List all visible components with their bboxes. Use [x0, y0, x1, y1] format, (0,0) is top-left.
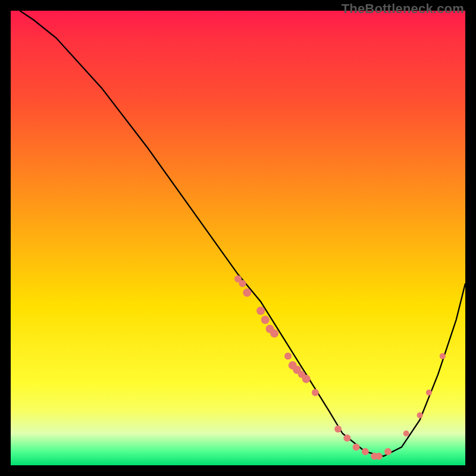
- data-point: [270, 329, 278, 337]
- data-point: [261, 316, 270, 324]
- data-point: [334, 425, 342, 433]
- data-point: [426, 390, 432, 396]
- scatter-markers: [234, 275, 446, 460]
- data-point: [403, 431, 409, 437]
- data-point: [440, 353, 446, 359]
- chart-svg: [11, 11, 465, 465]
- watermark-text: TheBottleneck.com: [342, 1, 464, 17]
- data-point: [256, 306, 265, 315]
- plot-area: [11, 11, 465, 465]
- bottleneck-curve: [20, 11, 465, 456]
- data-point: [239, 280, 246, 287]
- data-point: [312, 389, 319, 396]
- data-point: [362, 448, 369, 455]
- data-point: [284, 353, 292, 360]
- data-point: [343, 434, 350, 441]
- data-point: [375, 453, 383, 460]
- data-point: [417, 412, 423, 418]
- data-point: [302, 375, 311, 383]
- data-point: [353, 443, 360, 450]
- data-point: [243, 289, 251, 297]
- chart-container: TheBottleneck.com: [0, 0, 476, 476]
- data-point: [384, 448, 392, 455]
